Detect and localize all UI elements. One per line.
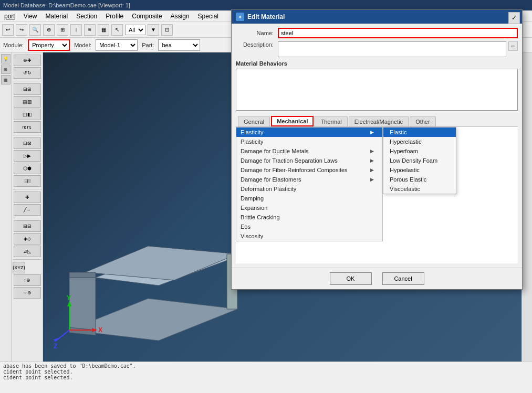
- svg-text:Z: Z: [54, 343, 57, 350]
- dialog-title-left: ✦ Edit Material: [236, 13, 285, 21]
- menu-item-viscosity[interactable]: Viscosity: [236, 231, 382, 241]
- name-input[interactable]: [278, 28, 518, 38]
- elasticity-arrow: ▶: [370, 130, 374, 135]
- svg-text:X: X: [98, 326, 102, 334]
- submenu-hyperelastic[interactable]: Hyperelastic: [383, 137, 456, 146]
- model-select[interactable]: Model-1: [96, 39, 138, 51]
- mechanical-menu: Elasticity ▶ Plasticity Damage for Ducti…: [236, 127, 383, 241]
- toolbar-btn-zoom2[interactable]: ⊕: [43, 24, 55, 36]
- menu-item-expansion[interactable]: Expansion: [236, 203, 382, 213]
- verify-button[interactable]: ✓: [508, 12, 520, 24]
- sidebar2-btn-l[interactable]: ↑⊕: [14, 274, 41, 286]
- sidebar2-btn-i[interactable]: ⊞⊟: [14, 220, 41, 232]
- toolbar-btn-7[interactable]: ▼: [148, 24, 159, 36]
- sidebar2-btn-k[interactable]: ⊿◺: [14, 246, 41, 257]
- model-label: Model:: [74, 42, 91, 48]
- menu-item-eos-label: Eos: [241, 224, 251, 230]
- svg-line-10: [56, 330, 69, 341]
- menu-item-deformation-label: Deformation Plasticity: [241, 186, 296, 192]
- menu-item-eos[interactable]: Eos: [236, 222, 382, 231]
- menu-item-ductile-label: Damage for Ductile Metals: [241, 148, 309, 154]
- toolbar-btn-3[interactable]: ⊞: [57, 24, 68, 36]
- menu-view[interactable]: View: [19, 10, 41, 22]
- sidebar2-btn-h[interactable]: ⌹⌸: [14, 175, 41, 187]
- menu-profile[interactable]: Profile: [101, 10, 128, 22]
- fiber-arrow: ▶: [370, 167, 374, 173]
- sidebar2-btn-g[interactable]: ⬡⬢: [14, 163, 41, 174]
- toolbar-btn-2[interactable]: ↪: [16, 24, 27, 36]
- toolbar-btn-6[interactable]: ▦: [98, 24, 109, 36]
- menu-composite[interactable]: Composite: [128, 10, 166, 22]
- menu-port[interactable]: port: [0, 10, 19, 22]
- sidebar2-btn-c[interactable]: ◫◧: [14, 109, 41, 120]
- sidebar2-btn-a[interactable]: ⊟⊞: [14, 83, 41, 95]
- description-edit-icon[interactable]: ✏: [508, 41, 518, 51]
- left-sidebar: 💡 ⊞ ▦: [0, 52, 12, 362]
- sidebar2-btn-j[interactable]: ◈◇: [14, 233, 41, 245]
- menu-special[interactable]: Special: [194, 10, 223, 22]
- cancel-button[interactable]: Cancel: [382, 272, 424, 285]
- part-select[interactable]: bea: [158, 39, 200, 51]
- toolbar-btn-4[interactable]: ↕: [70, 24, 82, 36]
- menu-item-brittle-label: Brittle Cracking: [241, 214, 280, 220]
- menu-item-damping-label: Damping: [241, 195, 264, 201]
- dialog-footer: OK Cancel: [232, 268, 522, 289]
- sidebar-icon-1[interactable]: ⊞: [1, 65, 11, 74]
- menu-item-elastomers[interactable]: Damage for Elastomers ▶: [236, 175, 382, 184]
- description-input[interactable]: [278, 41, 506, 57]
- menu-item-brittle[interactable]: Brittle Cracking: [236, 213, 382, 222]
- name-row: Name:: [236, 28, 518, 38]
- menu-item-elasticity-label: Elasticity: [241, 129, 263, 135]
- menu-item-elastomers-label: Damage for Elastomers: [241, 176, 301, 183]
- menu-item-damping[interactable]: Damping: [236, 194, 382, 203]
- sidebar2-btn-rot[interactable]: ↺↻: [14, 67, 41, 79]
- tab-electrical[interactable]: Electrical/Magnetic: [349, 116, 409, 126]
- sidebar2-btn-d[interactable]: n₂n₁: [14, 121, 41, 133]
- toolbar-btn-1[interactable]: ↩: [2, 24, 14, 36]
- ok-button[interactable]: OK: [330, 272, 372, 285]
- toolbar-btn-8[interactable]: ⊡: [161, 24, 173, 36]
- tab-mechanical[interactable]: Mechanical: [271, 116, 314, 126]
- tab-other[interactable]: Other: [410, 116, 436, 126]
- toolbar-btn-5[interactable]: ≡: [84, 24, 96, 36]
- toolbar-btn-zoom[interactable]: 🔍: [29, 24, 41, 36]
- menu-item-ductile[interactable]: Damage for Ductile Metals ▶: [236, 146, 382, 156]
- menu-item-fiber[interactable]: Damage for Fiber-Reinforced Composites ▶: [236, 165, 382, 175]
- menu-item-fiber-label: Damage for Fiber-Reinforced Composites: [241, 167, 348, 173]
- module-select[interactable]: Property: [28, 39, 70, 51]
- menu-item-elasticity[interactable]: Elasticity ▶: [236, 128, 382, 137]
- menu-item-deformation[interactable]: Deformation Plasticity: [236, 184, 382, 194]
- sidebar-icon-2[interactable]: ▦: [1, 75, 11, 84]
- sidebar2-btn-move[interactable]: ⊕✚: [14, 55, 41, 66]
- svg-marker-3: [69, 278, 96, 330]
- submenu-elastic[interactable]: Elastic: [383, 128, 456, 137]
- submenu-porous-elastic[interactable]: Porous Elastic: [383, 175, 456, 184]
- tab-thermal[interactable]: Thermal: [315, 116, 347, 126]
- sidebar2-xyz[interactable]: (XYZ): [13, 262, 25, 273]
- traction-arrow: ▶: [370, 158, 374, 163]
- toolbar-cursor[interactable]: ↖: [111, 24, 123, 36]
- menu-item-plasticity[interactable]: Plasticity: [236, 137, 382, 146]
- edit-material-dialog: ✦ Edit Material ✕ Name: Description: ✏ M…: [231, 9, 523, 290]
- sidebar-icon-light[interactable]: 💡: [1, 54, 11, 63]
- submenu-viscoelastic[interactable]: Viscoelastic: [383, 184, 456, 194]
- menu-assign[interactable]: Assign: [166, 10, 194, 22]
- description-label: Description:: [236, 41, 278, 48]
- tab-general[interactable]: General: [238, 116, 270, 126]
- sidebar2-btn-e[interactable]: ⊡⊠: [14, 137, 41, 149]
- sidebar2-btn-plus[interactable]: ✚: [14, 192, 41, 203]
- sidebar2-btn-m[interactable]: ↔⊕: [14, 287, 41, 299]
- sidebar2-btn-b[interactable]: ▤▥: [14, 96, 41, 108]
- submenu-low-density-foam[interactable]: Low Density Foam: [383, 156, 456, 165]
- menu-item-traction[interactable]: Damage for Traction Separation Laws ▶: [236, 156, 382, 165]
- all-select[interactable]: All: [125, 25, 145, 35]
- submenu-hypoelastic[interactable]: Hypoelastic: [383, 165, 456, 175]
- menu-material[interactable]: Material: [41, 10, 72, 22]
- sidebar2-btn-line[interactable]: ╱→: [14, 204, 41, 216]
- submenu-hyperfoam[interactable]: Hyperfoam: [383, 146, 456, 156]
- status-line-3: cident point selected.: [3, 375, 529, 380]
- menu-section[interactable]: Section: [72, 10, 101, 22]
- sidebar2-btn-f[interactable]: ▷▶: [14, 150, 41, 162]
- elasticity-submenu: Elastic Hyperelastic Hyperfoam Low Densi…: [383, 127, 456, 194]
- beam-svg: Y Z X: [54, 225, 253, 351]
